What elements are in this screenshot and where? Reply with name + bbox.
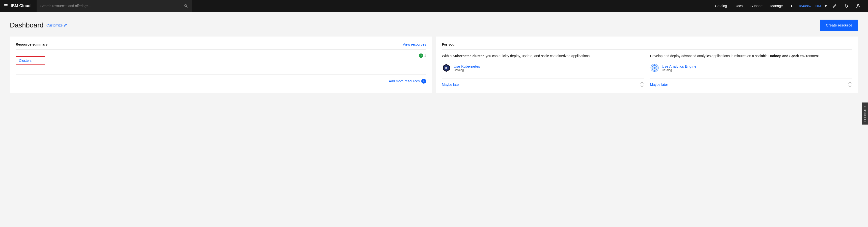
- for-you-title: For you: [442, 42, 852, 49]
- kubernetes-icon: K: [442, 64, 451, 72]
- analytics-sub: Catalog: [662, 68, 696, 72]
- kubernetes-service-row: K Use Kubernetes Catalog: [442, 64, 644, 72]
- svg-point-2: [858, 4, 859, 6]
- topnav: ☰ IBM Cloud Catalog Docs Support Manage …: [0, 0, 868, 12]
- analytics-service-row: Use Analytics Engine Catalog: [650, 64, 852, 72]
- check-circle-icon: ✓: [419, 53, 423, 58]
- analytics-link[interactable]: Use Analytics Engine: [662, 64, 696, 68]
- for-you-grid: With a Kubernetes cluster, you can quick…: [442, 53, 852, 87]
- edit-icon[interactable]: [829, 0, 840, 12]
- manage-link[interactable]: Manage: [767, 0, 787, 12]
- customize-link[interactable]: Customize: [46, 23, 67, 27]
- add-more-icon: +: [421, 79, 426, 84]
- dashboard-grid: Resource summary View resources Clusters…: [10, 37, 858, 93]
- brand-logo: IBM Cloud: [11, 4, 37, 8]
- clusters-item[interactable]: Clusters: [16, 56, 45, 65]
- kubernetes-maybe-later-link[interactable]: Maybe later: [442, 83, 460, 86]
- search-icon[interactable]: [184, 0, 192, 12]
- page-content: Dashboard Customize Create resource Reso…: [0, 12, 868, 101]
- analytics-engine-icon: [650, 64, 659, 72]
- kubernetes-sub: Catalog: [454, 68, 480, 72]
- add-more-resources-link[interactable]: Add more resources +: [389, 79, 426, 84]
- create-resource-button[interactable]: Create resource: [820, 20, 858, 31]
- notifications-icon[interactable]: [840, 0, 852, 12]
- analytics-desc: Develop and deploy advanced analytics ap…: [650, 53, 852, 59]
- catalog-link[interactable]: Catalog: [711, 0, 731, 12]
- account-selector[interactable]: 1840867 - IBM: [796, 0, 823, 12]
- view-resources-link[interactable]: View resources: [403, 42, 426, 46]
- analytics-maybe-later-row: Maybe later i: [650, 78, 852, 87]
- kubernetes-desc: With a Kubernetes cluster, you can quick…: [442, 53, 644, 59]
- cluster-label: Clusters: [19, 59, 31, 63]
- kubernetes-info-icon[interactable]: i: [640, 82, 644, 87]
- feedback-tab[interactable]: FEEDBACK: [862, 103, 868, 124]
- analytics-col: Develop and deploy advanced analytics ap…: [650, 53, 852, 87]
- for-you-card: For you With a Kubernetes cluster, you c…: [436, 37, 858, 93]
- add-more-row: Add more resources +: [16, 75, 426, 84]
- cluster-count: 1: [424, 54, 426, 58]
- account-chevron-icon[interactable]: ▾: [823, 0, 829, 12]
- manage-chevron-icon[interactable]: ▾: [787, 0, 796, 12]
- kubernetes-maybe-later-row: Maybe later i: [442, 78, 644, 87]
- search-input[interactable]: [37, 0, 184, 12]
- page-header: Dashboard Customize Create resource: [10, 20, 858, 31]
- kubernetes-link[interactable]: Use Kubernetes: [454, 64, 480, 68]
- svg-point-8: [654, 67, 655, 69]
- user-icon[interactable]: [852, 0, 864, 12]
- resource-summary-title: Resource summary: [16, 42, 48, 46]
- svg-text:K: K: [445, 67, 447, 70]
- kubernetes-col: With a Kubernetes cluster, you can quick…: [442, 53, 644, 87]
- analytics-maybe-later-link[interactable]: Maybe later: [650, 83, 668, 86]
- docs-link[interactable]: Docs: [731, 0, 747, 12]
- support-link[interactable]: Support: [747, 0, 767, 12]
- cluster-count-badge: ✓ 1: [419, 53, 426, 58]
- topnav-links: Catalog Docs Support Manage ▾ 1840867 - …: [711, 0, 864, 12]
- page-title: Dashboard: [10, 21, 43, 29]
- svg-line-1: [186, 6, 187, 7]
- analytics-info-icon[interactable]: i: [848, 82, 852, 87]
- menu-icon[interactable]: ☰: [4, 3, 11, 9]
- resource-summary-card: Resource summary View resources Clusters…: [10, 37, 432, 93]
